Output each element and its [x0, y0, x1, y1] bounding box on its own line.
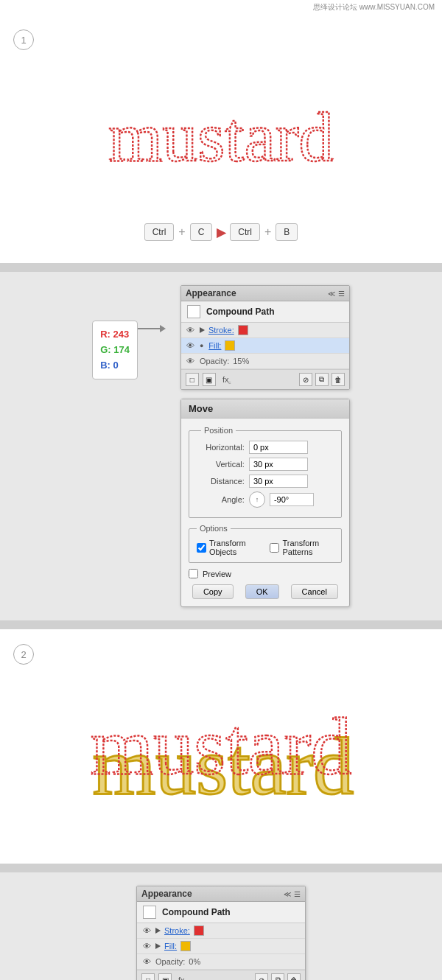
transform-patterns-checkbox[interactable] [270, 543, 279, 553]
key-ctrl-2[interactable]: Ctrl [230, 223, 260, 241]
stroke-row-1[interactable]: 👁 Stroke: [181, 323, 349, 338]
panel-title-2: Appearance [141, 889, 192, 899]
compound-swatch-1 [187, 305, 200, 318]
vertical-input[interactable] [249, 458, 308, 471]
horizontal-input[interactable] [249, 441, 308, 454]
fill-row-2[interactable]: 👁 Fill: [137, 939, 305, 954]
panel-controls-1: ≪ ☰ [328, 290, 345, 298]
stroke-row-2[interactable]: 👁 Stroke: [137, 923, 305, 939]
color-r-value: R: 243 [100, 327, 130, 343]
distance-input[interactable] [249, 475, 308, 488]
panel-title-1: Appearance [186, 288, 236, 298]
opacity-label-2: Opacity: [155, 957, 185, 966]
angle-label: Angle: [197, 495, 245, 504]
divider-3 [0, 864, 442, 872]
compound-path-label-2: Compound Path [162, 907, 231, 917]
color-b-value: B: 0 [100, 358, 130, 374]
stroke-label-1[interactable]: Stroke: [208, 326, 234, 335]
stroke-label-2[interactable]: Stroke: [164, 926, 190, 935]
dialog-btn-row: Copy OK Cancel [189, 584, 342, 599]
footer-delete-btn-1[interactable]: ⊘ [299, 373, 312, 386]
transform-patterns-label: Transform Patterns [270, 539, 333, 556]
transform-objects-checkbox[interactable] [197, 543, 206, 553]
panel-menu-btn-1[interactable]: ☰ [338, 290, 345, 298]
triangle-icon-stroke-2 [155, 928, 161, 934]
footer-delete-btn-2[interactable]: ⊘ [255, 973, 268, 980]
footer-copy-btn-1[interactable]: ⧉ [315, 373, 329, 386]
position-fieldset: Position Horizontal: Vertical: Distance: [189, 426, 342, 518]
step-badge-1: 1 [13, 29, 34, 50]
footer-trash-btn-1[interactable]: 🗑 [332, 373, 345, 386]
bottom-panel-area: Appearance ≪ ☰ Compound Path 👁 Stroke: 👁… [0, 872, 442, 980]
footer-layer-btn-2[interactable]: ▣ [158, 973, 172, 980]
eye-icon-stroke-1: 👁 [186, 325, 196, 335]
fill-row-1[interactable]: 👁 ● Fill: [181, 338, 349, 354]
position-legend: Position [201, 426, 236, 435]
watermark: 思绎设计论坛 www.MISSYUAN.COM [0, 0, 442, 15]
opacity-row-1: 👁 Opacity: 15% [181, 354, 349, 369]
stroke-swatch-1 [238, 325, 248, 335]
divider-2 [0, 620, 442, 629]
move-dialog-title: Move [181, 399, 349, 419]
fill-swatch-2 [180, 941, 191, 951]
footer-trash-btn-2[interactable]: 🗑 [287, 973, 301, 980]
panel-titlebar-1: Appearance ≪ ☰ [181, 286, 349, 301]
angle-dial-symbol: ↑ [256, 496, 259, 503]
options-fieldset: Options Transform Objects Transform Patt… [189, 524, 342, 563]
color-g-value: G: 174 [100, 343, 130, 358]
panel-compound-row-2: Compound Path [137, 902, 305, 923]
fill-label-2[interactable]: Fill: [164, 942, 177, 951]
opacity-value-1: 15% [233, 357, 249, 365]
arrow-connector [138, 325, 166, 332]
copy-button[interactable]: Copy [192, 584, 234, 599]
key-c[interactable]: C [190, 223, 213, 241]
distance-row: Distance: [197, 475, 334, 488]
mustard-text-area-1: mustard mustard [37, 57, 405, 212]
svg-text:mustard: mustard [108, 98, 334, 176]
distance-label: Distance: [197, 477, 245, 486]
footer-mask-btn-2[interactable]: □ [141, 973, 155, 980]
panel-row-1: R: 243 G: 174 B: 0 Appearance ≪ ☰ [92, 285, 350, 607]
panel-collapse-btn-1[interactable]: ≪ [328, 290, 335, 298]
ok-button[interactable]: OK [245, 584, 279, 599]
plus-icon-1: + [178, 225, 185, 239]
section-2: 2 mustard mustard mustard mustard [0, 629, 442, 864]
horizontal-row: Horizontal: [197, 441, 334, 454]
compound-path-label-1: Compound Path [206, 307, 275, 317]
eye-icon-stroke-2: 👁 [141, 925, 152, 936]
checkbox-row: Transform Objects Transform Patterns [197, 539, 334, 556]
panel-compound-row-1: Compound Path [181, 301, 349, 323]
stroke-swatch-2 [194, 925, 204, 936]
footer-copy-btn-2[interactable]: ⧉ [271, 973, 284, 980]
appearance-panel-1: Appearance ≪ ☰ Compound Path 👁 Stroke: [180, 285, 350, 390]
panel-menu-btn-2[interactable]: ☰ [294, 890, 301, 898]
eye-icon-fill-2: 👁 [141, 941, 152, 951]
angle-dial[interactable]: ↑ [249, 491, 265, 508]
color-info-box: R: 243 G: 174 B: 0 [92, 321, 138, 379]
move-dialog-body: Position Horizontal: Vertical: Distance: [181, 419, 349, 606]
footer-fx-label-2: fx꜀ [178, 976, 188, 981]
panel-area-1: R: 243 G: 174 B: 0 Appearance ≪ ☰ [0, 272, 442, 620]
mustard-text-svg-2: mustard mustard mustard mustard [33, 679, 409, 834]
plus-icon-2: + [264, 225, 271, 239]
angle-input[interactable] [270, 493, 314, 506]
panel-titlebar-2: Appearance ≪ ☰ [137, 886, 305, 902]
eye-icon-opacity-1: 👁 [186, 356, 196, 366]
panel-collapse-btn-2[interactable]: ≪ [284, 890, 291, 898]
vertical-label: Vertical: [197, 460, 245, 469]
footer-layer-btn-1[interactable]: ▣ [203, 373, 216, 386]
horizontal-label: Horizontal: [197, 443, 245, 452]
svg-text:mustard: mustard [91, 701, 351, 791]
opacity-value-2: 0% [189, 957, 200, 966]
preview-checkbox[interactable] [189, 569, 198, 578]
vertical-row: Vertical: [197, 458, 334, 471]
cancel-button[interactable]: Cancel [291, 584, 338, 599]
fill-label-1[interactable]: Fill: [208, 341, 221, 350]
arrow-line [138, 328, 160, 329]
fill-swatch-1 [225, 340, 235, 351]
footer-mask-btn-1[interactable]: □ [186, 373, 199, 386]
panel-footer-2: □ ▣ fx꜀ ⊘ ⧉ 🗑 [137, 970, 305, 980]
key-ctrl-1[interactable]: Ctrl [144, 223, 175, 241]
section-1: 1 mustard mustard Ctrl + C ▶ Ctrl + B [0, 15, 442, 263]
key-b[interactable]: B [276, 223, 298, 241]
